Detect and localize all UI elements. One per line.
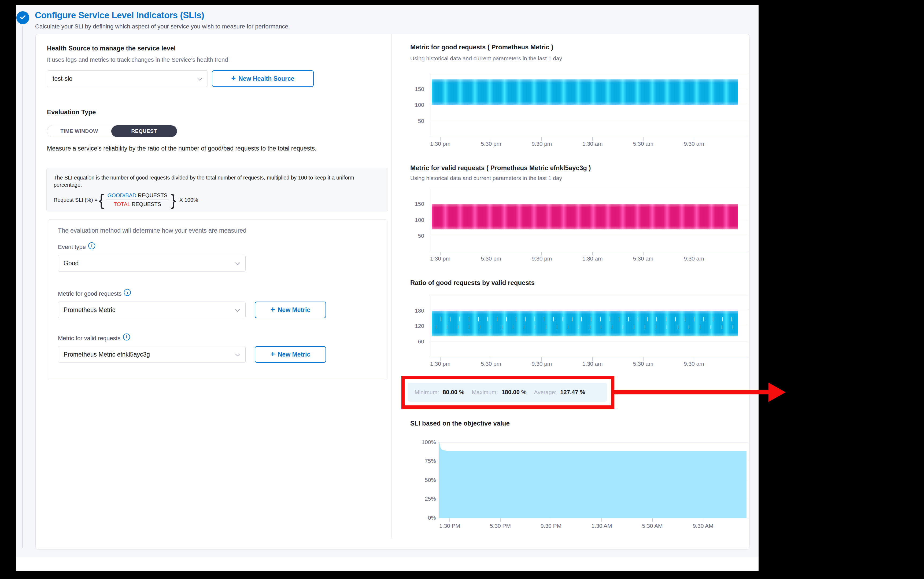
new-metric-button-good[interactable]: + New Metric xyxy=(255,302,326,318)
x-tick-label: 1:30 pm xyxy=(430,141,450,147)
valid-metric-dropdown[interactable]: Prometheus Metric efnkl5ayc3g xyxy=(58,346,246,363)
y-tick-label: 180 xyxy=(387,307,424,314)
health-source-label: Health Source to manage the service leve… xyxy=(47,44,176,52)
chevron-down-icon xyxy=(235,260,240,267)
step-complete-icon[interactable] xyxy=(16,11,29,24)
info-icon[interactable]: i xyxy=(88,242,95,249)
info-icon[interactable]: i xyxy=(123,334,130,340)
valid-metric-label-row: Metric for valid requests i xyxy=(58,335,130,342)
plus-icon: + xyxy=(271,306,275,313)
equation-fraction: GOOD/BAD REQUESTS TOTAL REQUESTS xyxy=(106,192,169,208)
good-metric-label: Metric for good requests xyxy=(58,290,121,297)
good-metric-dropdown-value: Prometheus Metric xyxy=(64,306,115,314)
y-tick-label: 150 xyxy=(387,201,424,207)
health-source-hint: It uses logs and metrics to track change… xyxy=(47,56,228,63)
axis-line xyxy=(429,137,748,137)
tick-mark xyxy=(643,137,644,141)
x-tick-label: 5:30 AM xyxy=(642,523,663,529)
y-tick-label: 0% xyxy=(398,515,436,521)
chevron-down-icon xyxy=(197,75,202,82)
y-tick-label: 100 xyxy=(387,102,424,108)
tick-mark xyxy=(541,137,542,141)
x-tick-label: 9:30 am xyxy=(684,361,704,367)
tick-mark xyxy=(551,518,551,522)
evaluation-type-description: Measure a service's reliability by the r… xyxy=(47,144,382,153)
new-metric-button-valid-label: New Metric xyxy=(278,351,310,358)
plus-icon: + xyxy=(271,350,275,358)
brace-left: { xyxy=(99,192,104,208)
tick-mark xyxy=(601,518,602,522)
health-source-dropdown[interactable]: test-slo xyxy=(47,70,208,87)
tick-mark xyxy=(541,252,542,255)
sli-equation-box: The SLI equation is the number of good r… xyxy=(46,168,388,211)
footer-strip xyxy=(16,557,759,571)
equation-lhs: Request SLI (%) = xyxy=(54,197,98,203)
tick-mark xyxy=(440,357,440,361)
good-metric-label-row: Metric for good requests i xyxy=(58,290,131,297)
valid-metric-dropdown-value: Prometheus Metric efnkl5ayc3g xyxy=(64,351,150,358)
band-dash-texture xyxy=(432,325,738,329)
tick-mark xyxy=(652,518,653,522)
chart-band xyxy=(432,311,738,337)
tick-mark xyxy=(440,137,440,141)
x-tick-label: 1:30 AM xyxy=(591,523,612,529)
stepper-line xyxy=(22,26,23,548)
page-title: Configure Service Level Indicators (SLIs… xyxy=(35,10,204,20)
sli-equation-text: The SLI equation is the number of good r… xyxy=(47,168,388,189)
annotation-highlight-box xyxy=(401,376,614,409)
tick-mark xyxy=(450,518,450,522)
tick-mark xyxy=(592,357,593,361)
page-subtitle: Calculate your SLI by defining which asp… xyxy=(35,23,290,30)
x-tick-label: 9:30 pm xyxy=(531,255,552,262)
chart-good-title: Metric for good requests ( Prometheus Me… xyxy=(410,44,553,51)
new-metric-button-good-label: New Metric xyxy=(278,306,310,314)
x-tick-label: 1:30 am xyxy=(582,361,603,367)
tick-mark xyxy=(440,252,440,255)
x-tick-label: 9:30 pm xyxy=(531,141,552,147)
axis-line xyxy=(429,357,748,357)
check-icon xyxy=(19,13,26,22)
valid-metric-label: Metric for valid requests xyxy=(58,335,121,342)
y-tick-label: 100 xyxy=(387,217,424,223)
sli-area-svg xyxy=(439,442,746,518)
plus-icon: + xyxy=(231,74,236,82)
x-tick-label: 5:30 pm xyxy=(481,255,501,262)
equation-denominator: TOTAL REQUESTS xyxy=(114,200,161,208)
event-type-label: Event type xyxy=(58,244,86,250)
y-tick-label: 75% xyxy=(398,458,436,464)
toggle-option-request[interactable]: REQUEST xyxy=(111,125,177,137)
y-tick-label: 50% xyxy=(398,477,436,483)
tick-mark xyxy=(592,252,593,255)
tick-mark xyxy=(694,252,694,255)
good-metric-dropdown[interactable]: Prometheus Metric xyxy=(58,302,246,318)
evaluation-method-description: The evaluation method will determine how… xyxy=(58,227,246,234)
axis-line xyxy=(429,252,748,252)
annotation-arrow-shaft xyxy=(614,390,769,394)
x-tick-label: 5:30 am xyxy=(633,361,653,367)
x-tick-label: 9:30 am xyxy=(684,141,704,147)
tick-mark xyxy=(491,252,491,255)
y-tick-label: 50 xyxy=(387,118,424,124)
chart-band xyxy=(432,204,738,229)
axis-line xyxy=(438,518,748,518)
x-tick-label: 1:30 pm xyxy=(430,255,450,262)
evaluation-type-label: Evaluation Type xyxy=(47,108,96,116)
event-type-dropdown[interactable]: Good xyxy=(58,255,246,272)
tick-mark xyxy=(541,357,542,361)
tick-mark xyxy=(500,518,500,522)
new-health-source-button[interactable]: + New Health Source xyxy=(212,70,314,87)
tick-mark xyxy=(643,252,644,255)
info-icon[interactable]: i xyxy=(124,289,131,296)
x-tick-label: 1:30 PM xyxy=(439,523,460,529)
new-health-source-button-label: New Health Source xyxy=(238,75,294,82)
new-metric-button-valid[interactable]: + New Metric xyxy=(255,346,326,363)
chart-valid-subtitle: Using historical data and current parame… xyxy=(410,175,562,182)
brace-right: } xyxy=(171,192,176,208)
tick-mark xyxy=(491,137,491,141)
toggle-option-time-window[interactable]: TIME WINDOW xyxy=(47,125,111,137)
y-tick-label: 100% xyxy=(398,439,436,445)
evaluation-type-toggle: TIME WINDOW REQUEST xyxy=(47,125,177,137)
equation-numerator: GOOD/BAD REQUESTS xyxy=(106,192,169,200)
event-type-dropdown-value: Good xyxy=(64,260,78,267)
band-dash-texture xyxy=(432,317,738,321)
